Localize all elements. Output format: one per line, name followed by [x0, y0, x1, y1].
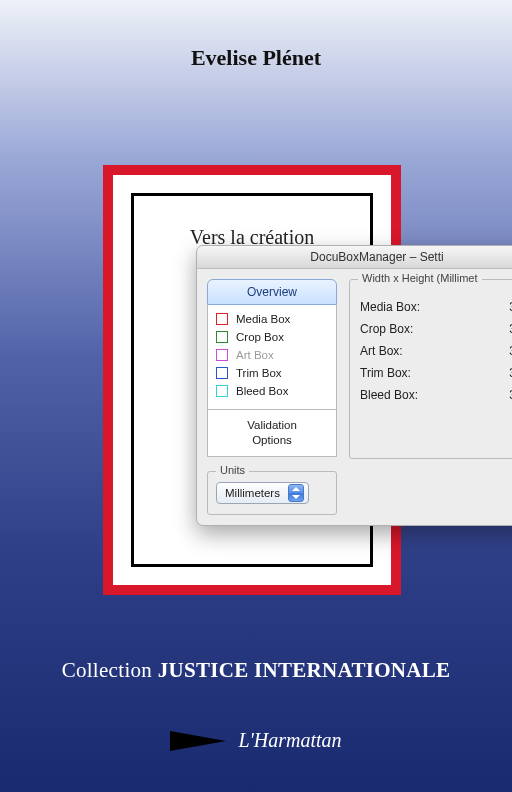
dimension-row: Art Box: 367,50: [360, 344, 512, 358]
publisher-name: L'Harmattan: [238, 729, 341, 752]
validation-line: Options: [252, 434, 292, 446]
art-box-swatch-icon: [216, 349, 228, 361]
dim-label: Art Box:: [360, 344, 403, 358]
dimension-row: Media Box: 367,50: [360, 300, 512, 314]
box-label: Crop Box: [236, 331, 284, 343]
box-label: Art Box: [236, 349, 274, 361]
chevron-updown-icon: [288, 484, 304, 502]
media-box-swatch-icon: [216, 313, 228, 325]
collection-prefix: Collection: [62, 658, 158, 682]
dim-label: Crop Box:: [360, 322, 413, 336]
list-item[interactable]: Bleed Box: [216, 385, 328, 397]
publisher-block: L'Harmattan: [0, 729, 512, 752]
dim-value: 367,50: [490, 388, 512, 402]
collection-name: JUSTICE INTERNATIONALE: [158, 658, 451, 682]
validation-line: Validation: [247, 419, 297, 431]
dim-value: 367,50: [490, 322, 512, 336]
list-item[interactable]: Media Box: [216, 313, 328, 325]
dim-value: 367,50: [490, 344, 512, 358]
units-group: Units Millimeters: [207, 471, 337, 515]
list-item[interactable]: Art Box: [216, 349, 328, 361]
trim-box-swatch-icon: [216, 367, 228, 379]
dim-label: Bleed Box:: [360, 388, 418, 402]
units-fieldset: Units Millimeters: [207, 471, 337, 515]
dimension-row: Crop Box: 367,50: [360, 322, 512, 336]
collection-line: Collection JUSTICE INTERNATIONALE: [0, 658, 512, 683]
wedge-icon: [170, 731, 226, 751]
dimensions-label: Width x Height (Millimet: [358, 272, 482, 284]
dim-label: Trim Box:: [360, 366, 411, 380]
book-cover: Evelise Plénet Vers la création d'une pr…: [0, 0, 512, 792]
docuboxmanager-window: DocuBoxManager – Setti Overview Media Bo…: [196, 245, 512, 526]
box-label: Media Box: [236, 313, 290, 325]
left-column: Overview Media Box Crop Box Art Box: [207, 279, 337, 515]
window-body: Overview Media Box Crop Box Art Box: [197, 269, 512, 525]
box-label: Trim Box: [236, 367, 282, 379]
dimensions-fieldset: Width x Height (Millimet Media Box: 367,…: [349, 279, 512, 459]
list-item[interactable]: Crop Box: [216, 331, 328, 343]
dimension-row: Trim Box: 367,50: [360, 366, 512, 380]
list-item[interactable]: Trim Box: [216, 367, 328, 379]
author-name: Evelise Plénet: [0, 45, 512, 71]
right-column: Width x Height (Millimet Media Box: 367,…: [337, 279, 512, 515]
validation-options-button[interactable]: Validation Options: [207, 409, 337, 457]
bleed-box-swatch-icon: [216, 385, 228, 397]
dim-label: Media Box:: [360, 300, 420, 314]
tab-overview[interactable]: Overview: [207, 279, 337, 305]
units-value: Millimeters: [225, 487, 280, 499]
box-list: Media Box Crop Box Art Box Trim Box: [207, 305, 337, 410]
dimension-row: Bleed Box: 367,50: [360, 388, 512, 402]
units-label: Units: [216, 464, 249, 476]
box-label: Bleed Box: [236, 385, 288, 397]
window-title: DocuBoxManager – Setti: [197, 246, 512, 269]
crop-box-swatch-icon: [216, 331, 228, 343]
units-select[interactable]: Millimeters: [216, 482, 309, 504]
dim-value: 367,50: [490, 300, 512, 314]
dim-value: 367,50: [490, 366, 512, 380]
